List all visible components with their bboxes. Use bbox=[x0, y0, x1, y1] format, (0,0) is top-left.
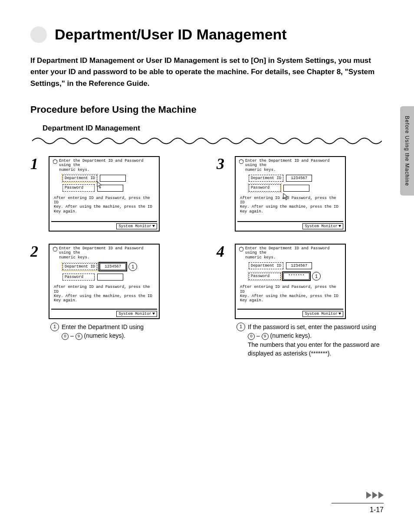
side-tab: Before Using the Machine bbox=[400, 106, 414, 196]
caption-text-a: If the password is set, enter the passwo… bbox=[248, 323, 376, 330]
system-monitor-label: System Monitor bbox=[305, 224, 338, 228]
device-screen-1: Enter the Department ID and Password usi… bbox=[49, 156, 160, 232]
title-bullet-icon bbox=[30, 26, 47, 43]
hand-icon bbox=[238, 246, 244, 252]
dept-id-label: Department ID bbox=[249, 262, 283, 269]
system-monitor-button: System Monitor bbox=[116, 311, 157, 317]
cursor-icon bbox=[96, 181, 103, 189]
password-label: Password bbox=[62, 274, 95, 281]
dept-id-label: Department ID bbox=[62, 263, 97, 270]
password-input bbox=[97, 274, 123, 281]
dept-id-input bbox=[100, 175, 126, 182]
system-monitor-button: System Monitor bbox=[302, 223, 343, 229]
dept-id-input: 1234567 bbox=[100, 263, 126, 270]
screen-top-line1: Enter the Department ID and Password usi… bbox=[245, 159, 342, 168]
callout-1-badge: 1 bbox=[128, 262, 137, 271]
screen-top-line2: numeric keys. bbox=[59, 255, 156, 260]
hand-icon bbox=[238, 159, 244, 165]
key-9-icon: 9 bbox=[262, 333, 269, 340]
screen-top-line1: Enter the Department ID and Password usi… bbox=[245, 246, 342, 255]
chevron-down-icon bbox=[152, 313, 155, 315]
dept-id-label: Department ID bbox=[62, 175, 97, 182]
screen-instr-2: Key. After using the machine, press the … bbox=[54, 205, 154, 209]
screen-instr-1: After entering ID and Password, press th… bbox=[240, 285, 341, 294]
caption-text-c: The numbers that you enter for the passw… bbox=[248, 341, 380, 357]
key-0-icon: 0 bbox=[62, 333, 69, 340]
sub-heading: Department ID Management bbox=[43, 124, 384, 133]
callout-1-badge: 1 bbox=[237, 323, 245, 331]
screen-instr-2: Key. After using the machine, press the … bbox=[54, 294, 154, 298]
section-heading: Procedure before Using the Machine bbox=[30, 104, 384, 115]
chevron-down-icon bbox=[152, 225, 155, 227]
hand-icon bbox=[52, 159, 58, 165]
screen-instr-2: Key. After using the machine, press the … bbox=[240, 205, 341, 209]
password-label: Password bbox=[249, 273, 281, 280]
screen-instr-1: After entering ID and Password, press th… bbox=[54, 285, 154, 294]
screen-instr-3: Key again. bbox=[54, 298, 154, 303]
screen-instr-1: After entering ID and Password, press th… bbox=[54, 196, 154, 205]
dept-id-label: Department ID bbox=[249, 175, 283, 182]
key-0-icon: 0 bbox=[248, 333, 255, 340]
hand-icon bbox=[52, 246, 58, 252]
device-screen-4: Enter the Department ID and Password usi… bbox=[235, 244, 346, 319]
device-screen-2: Enter the Department ID and Password usi… bbox=[49, 244, 160, 319]
step-2: 2 Enter the Department ID and Password u… bbox=[30, 244, 197, 340]
step-3: 3 Enter the Department ID and Password u… bbox=[217, 156, 384, 232]
intro-paragraph: If Department ID Management or User ID M… bbox=[30, 55, 384, 89]
callout-1-badge: 1 bbox=[50, 323, 59, 331]
password-input: ******* bbox=[283, 273, 309, 280]
screen-top-line1: Enter the Department ID and Password usi… bbox=[59, 159, 156, 168]
password-input bbox=[283, 185, 309, 192]
dash: – bbox=[70, 332, 74, 339]
system-monitor-button: System Monitor bbox=[302, 311, 343, 317]
password-label: Password bbox=[62, 184, 95, 191]
callout-1-badge: 1 bbox=[312, 272, 321, 281]
step-number: 2 bbox=[30, 244, 42, 340]
step-number: 4 bbox=[217, 244, 228, 358]
screen-instr-2: Key. After using the machine, press the … bbox=[240, 294, 341, 298]
dept-id-input: 1234567 bbox=[286, 262, 312, 269]
chevron-down-icon bbox=[338, 225, 341, 227]
screen-instr-3: Key again. bbox=[240, 209, 341, 214]
step-number: 1 bbox=[30, 156, 42, 232]
system-monitor-label: System Monitor bbox=[305, 312, 338, 316]
screen-top-line1: Enter the Department ID and Password usi… bbox=[59, 246, 156, 255]
step-4: 4 Enter the Department ID and Password u… bbox=[217, 244, 384, 358]
step-1: 1 Enter the Department ID and Password u… bbox=[30, 156, 197, 232]
system-monitor-label: System Monitor bbox=[118, 312, 151, 316]
screen-instr-3: Key again. bbox=[240, 298, 341, 303]
caption-text-b: (numeric keys). bbox=[84, 332, 125, 339]
screen-top-line2: numeric keys. bbox=[245, 168, 342, 172]
dash: – bbox=[256, 332, 260, 339]
page-footer: 1-17 bbox=[332, 492, 384, 514]
caption-text-a: Enter the Department ID using bbox=[62, 323, 144, 330]
side-tab-label: Before Using the Machine bbox=[404, 116, 410, 186]
screen-instr-1: After entering ID and Password, press th… bbox=[240, 196, 341, 205]
step-number: 3 bbox=[217, 156, 228, 232]
password-label: Password bbox=[249, 184, 281, 191]
continue-icon bbox=[332, 492, 384, 499]
chevron-down-icon bbox=[338, 313, 341, 315]
page-title: Department/User ID Management bbox=[55, 26, 287, 43]
system-monitor-button: System Monitor bbox=[116, 223, 157, 229]
step-2-caption: 1 Enter the Department ID using 0 – 9 (n… bbox=[49, 323, 160, 340]
page-title-row: Department/User ID Management bbox=[30, 26, 384, 43]
caption-text-b: (numeric keys). bbox=[270, 332, 312, 339]
screen-instr-3: Key again. bbox=[54, 209, 154, 214]
cursor-icon bbox=[283, 193, 289, 200]
step-4-caption: 1 If the password is set, enter the pass… bbox=[235, 323, 384, 358]
screen-top-line2: numeric keys. bbox=[245, 255, 342, 260]
system-monitor-label: System Monitor bbox=[118, 224, 151, 228]
page-number: 1-17 bbox=[332, 506, 384, 514]
device-screen-3: Enter the Department ID and Password usi… bbox=[235, 156, 346, 232]
wave-divider-icon bbox=[32, 135, 382, 147]
key-9-icon: 9 bbox=[76, 333, 82, 340]
screen-top-line2: numeric keys. bbox=[59, 168, 156, 172]
dept-id-input: 1234567 bbox=[286, 175, 312, 182]
